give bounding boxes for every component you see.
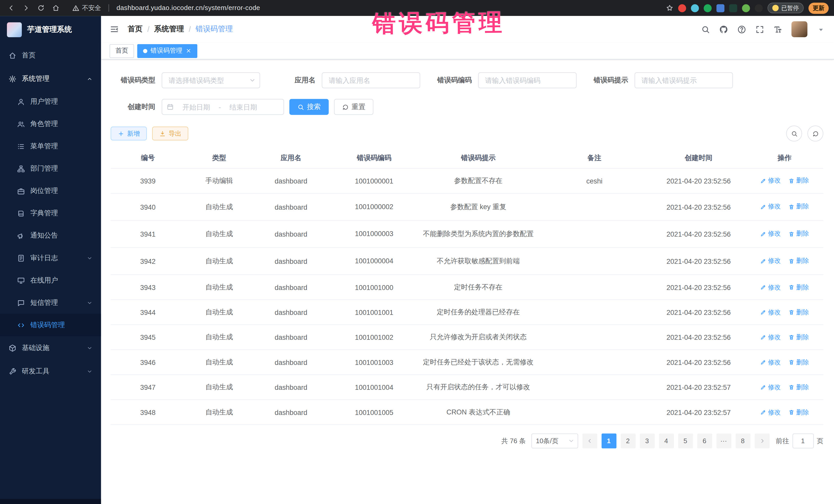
- date-range-picker[interactable]: -: [162, 99, 284, 115]
- edit-link[interactable]: 修改: [760, 308, 781, 317]
- toggle-search-button[interactable]: [786, 126, 802, 141]
- tab-error-code[interactable]: 错误码管理: [137, 44, 197, 58]
- edit-link[interactable]: 修改: [760, 358, 781, 367]
- delete-link[interactable]: 删除: [788, 176, 809, 185]
- extension-icon[interactable]: [678, 4, 686, 12]
- sidebar-item-infra[interactable]: 基础设施: [0, 336, 101, 359]
- user-avatar[interactable]: [791, 21, 807, 37]
- app-logo[interactable]: 芋道管理系统: [0, 16, 101, 44]
- edit-link[interactable]: 修改: [760, 257, 781, 266]
- start-date-input[interactable]: [176, 103, 217, 111]
- sidebar-item-dict[interactable]: 字典管理: [0, 202, 101, 224]
- delete-link[interactable]: 删除: [788, 408, 809, 417]
- extension-icon[interactable]: [742, 4, 750, 12]
- edit-link[interactable]: 修改: [760, 229, 781, 238]
- extension-icon[interactable]: [717, 4, 724, 12]
- search-button[interactable]: 搜索: [289, 99, 329, 115]
- sidebar-item-post[interactable]: 岗位管理: [0, 180, 101, 202]
- extension-icon[interactable]: [691, 4, 699, 12]
- browser-back-icon[interactable]: [5, 2, 17, 14]
- sidebar-item-audit[interactable]: 审计日志: [0, 247, 101, 269]
- end-date-input[interactable]: [223, 103, 264, 111]
- delete-link[interactable]: 删除: [788, 382, 809, 392]
- edit-link[interactable]: 修改: [760, 283, 781, 292]
- font-size-icon[interactable]: [773, 25, 783, 34]
- page-button-2[interactable]: 2: [620, 434, 635, 448]
- page-button-4[interactable]: 4: [659, 434, 674, 448]
- sidebar-item-user[interactable]: 用户管理: [0, 90, 101, 113]
- browser-reload-icon[interactable]: [35, 2, 47, 14]
- sidebar-item-devtool[interactable]: 研发工具: [0, 359, 101, 383]
- chevron-down-icon[interactable]: [816, 25, 826, 34]
- cell-remark: [537, 193, 652, 220]
- page-button-8[interactable]: 8: [736, 434, 750, 448]
- delete-link[interactable]: 删除: [788, 202, 809, 211]
- cell-time: 2021-04-20 23:52:56: [652, 193, 745, 220]
- tab-home[interactable]: 首页: [110, 44, 134, 58]
- cell-time: 2021-04-20 23:52:56: [652, 275, 745, 300]
- delete-link[interactable]: 删除: [788, 333, 809, 342]
- add-button[interactable]: 新增: [111, 127, 147, 140]
- delete-link[interactable]: 删除: [788, 358, 809, 367]
- sidebar-item-system[interactable]: 系统管理: [0, 67, 101, 90]
- help-icon[interactable]: [737, 25, 746, 34]
- export-button[interactable]: 导出: [152, 127, 188, 140]
- error-hint-input[interactable]: [635, 72, 733, 88]
- next-page-button[interactable]: [754, 434, 769, 448]
- cell-time: 2021-04-20 23:52:56: [652, 300, 745, 325]
- edit-link[interactable]: 修改: [760, 382, 781, 392]
- sidebar-item-online[interactable]: 在线用户: [0, 269, 101, 291]
- error-code-field[interactable]: [478, 72, 576, 88]
- error-type-select-input[interactable]: [162, 72, 260, 88]
- browser-forward-icon[interactable]: [20, 2, 32, 14]
- app-name-field[interactable]: [322, 72, 420, 88]
- delete-link[interactable]: 删除: [788, 229, 809, 238]
- goto-page-input[interactable]: [792, 434, 813, 448]
- browser-home-icon[interactable]: [50, 2, 62, 14]
- reset-button[interactable]: 重置: [334, 99, 373, 115]
- collapse-sidebar-icon[interactable]: [110, 24, 119, 34]
- header-search-icon[interactable]: [701, 25, 710, 34]
- sidebar-item-notice[interactable]: 通知公告: [0, 224, 101, 247]
- pager-more-button[interactable]: ···: [716, 434, 731, 448]
- error-type-select[interactable]: [162, 72, 260, 88]
- sidebar-item-role[interactable]: 角色管理: [0, 113, 101, 135]
- sidebar-item-dept[interactable]: 部门管理: [0, 158, 101, 180]
- page-button-5[interactable]: 5: [678, 434, 693, 448]
- delete-link[interactable]: 删除: [788, 283, 809, 292]
- edit-link[interactable]: 修改: [760, 333, 781, 342]
- address-bar-url[interactable]: dashboard.yudao.iocoder.cn/system/error-…: [116, 4, 260, 12]
- security-indicator[interactable]: 不安全: [72, 3, 101, 12]
- sidebar-item-errcode[interactable]: 错误码管理: [0, 314, 101, 336]
- page-button-1[interactable]: 1: [601, 434, 616, 448]
- github-icon[interactable]: [719, 25, 728, 34]
- extension-icon[interactable]: [755, 4, 763, 12]
- prev-page-button[interactable]: [582, 434, 597, 448]
- page-button-6[interactable]: 6: [697, 434, 712, 448]
- delete-link[interactable]: 删除: [788, 308, 809, 317]
- sidebar-item-label: 审计日志: [30, 253, 58, 263]
- error-hint-field[interactable]: [635, 72, 733, 88]
- app-name-input[interactable]: [322, 72, 420, 88]
- fullscreen-icon[interactable]: [755, 25, 764, 34]
- extension-icon[interactable]: [704, 4, 711, 12]
- page-size-select[interactable]: 10条/页: [531, 434, 578, 448]
- edit-link[interactable]: 修改: [760, 176, 781, 185]
- page-button-3[interactable]: 3: [639, 434, 654, 448]
- extension-icon[interactable]: [729, 4, 737, 12]
- breadcrumb-system[interactable]: 系统管理: [154, 24, 184, 34]
- error-code-input[interactable]: [478, 72, 576, 88]
- profile-paused-badge[interactable]: 已暂停: [768, 3, 804, 13]
- sidebar-item-home[interactable]: 首页: [0, 44, 101, 67]
- refresh-table-button[interactable]: [807, 126, 823, 141]
- delete-link[interactable]: 删除: [788, 257, 809, 266]
- sidebar-item-menu[interactable]: 菜单管理: [0, 135, 101, 157]
- paused-label: 已暂停: [782, 4, 799, 12]
- tab-close-icon[interactable]: [185, 48, 192, 54]
- browser-update-button[interactable]: 更新: [809, 2, 829, 14]
- breadcrumb-home[interactable]: 首页: [128, 24, 142, 34]
- edit-link[interactable]: 修改: [760, 408, 781, 417]
- sidebar-item-sms[interactable]: 短信管理: [0, 291, 101, 314]
- edit-link[interactable]: 修改: [760, 202, 781, 211]
- bookmark-star-icon[interactable]: [666, 4, 673, 12]
